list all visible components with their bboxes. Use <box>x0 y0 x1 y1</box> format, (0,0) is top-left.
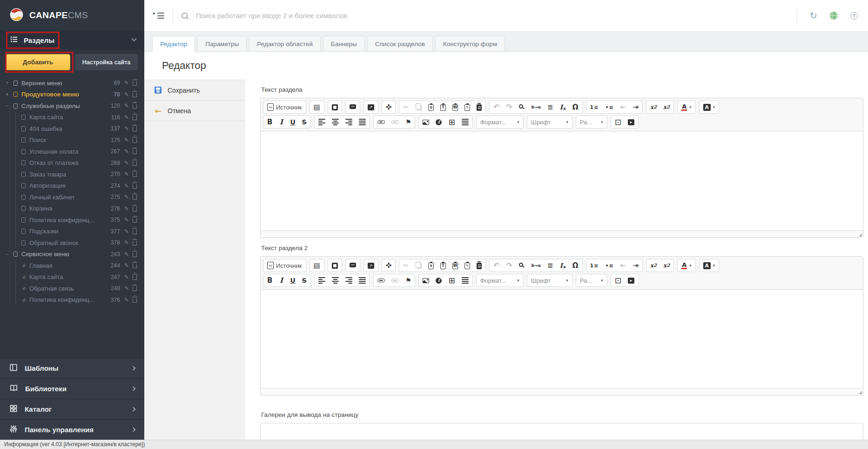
templates-button[interactable] <box>329 259 341 272</box>
outdent-button[interactable]: ⇤ <box>617 101 630 113</box>
language-globe-icon[interactable] <box>830 12 838 20</box>
edit-icon[interactable]: ✎ <box>124 91 129 98</box>
image-button[interactable] <box>419 116 432 128</box>
tree-item-69[interactable]: +Верхнее меню69✎ <box>0 77 144 89</box>
iframe-button[interactable]: ⊡ <box>612 274 625 286</box>
sidebar-item-control-panel[interactable]: Панель управления <box>0 419 144 440</box>
tree-item-375[interactable]: Политика конфиденц...375✎ <box>10 214 144 226</box>
copy-button[interactable] <box>412 259 425 272</box>
tree-item-274[interactable]: Авторизация274✎ <box>10 180 144 192</box>
underline-button[interactable]: U <box>287 116 298 128</box>
flash-button[interactable]: f <box>432 116 445 128</box>
size-dropdown[interactable]: Ра...▾ <box>577 274 606 286</box>
edit-icon[interactable]: ✎ <box>124 102 129 109</box>
size-dropdown[interactable]: Ра...▾ <box>577 116 606 128</box>
bg-color-button[interactable]: A▾ <box>700 101 719 113</box>
tab-banners[interactable]: Баннеры <box>323 36 365 51</box>
tree-item-268[interactable]: Отказ от платежа268✎ <box>10 157 144 169</box>
paste-button[interactable]: ≡ <box>425 259 437 272</box>
find-button[interactable] <box>516 101 528 113</box>
strike-button[interactable]: S <box>299 116 310 128</box>
align-right-button[interactable] <box>342 116 356 128</box>
delete-icon[interactable] <box>133 150 137 154</box>
maximize-button[interactable]: ✜ <box>383 259 395 272</box>
cut-button[interactable]: ✂ <box>400 101 412 113</box>
galleries-select[interactable] <box>260 423 863 440</box>
delete-icon[interactable] <box>133 104 137 109</box>
flash-button[interactable]: f <box>432 274 445 286</box>
outdent-button[interactable]: ⇤ <box>617 259 630 272</box>
help-icon[interactable]: ? <box>850 12 858 20</box>
search-input[interactable] <box>196 12 438 20</box>
tree-item-247[interactable]: ∞Карта сайта247✎ <box>10 272 144 283</box>
edit-icon[interactable]: ✎ <box>124 171 129 177</box>
find-button[interactable] <box>516 259 528 272</box>
table-button[interactable]: ⊞ <box>445 116 458 128</box>
sidebar-item-templates[interactable]: Шаблоны <box>0 358 144 378</box>
templates-button[interactable] <box>329 101 341 113</box>
link-button[interactable] <box>374 116 388 128</box>
align-center-button[interactable] <box>329 274 342 286</box>
refresh-icon[interactable]: ↻ <box>810 11 817 20</box>
undo-button[interactable]: ↶ <box>490 101 503 113</box>
media-button[interactable]: ▸ <box>625 274 638 286</box>
comment-button[interactable] <box>346 259 359 272</box>
text-color-button[interactable]: A▾ <box>678 259 695 272</box>
delete-icon[interactable] <box>133 195 137 200</box>
collapse-menu-icon[interactable] <box>157 13 164 19</box>
edit-icon[interactable]: ✎ <box>124 217 129 223</box>
align-right-button[interactable] <box>342 274 356 286</box>
anchor-button[interactable]: ⚑ <box>402 116 415 128</box>
delete-icon[interactable] <box>133 172 137 177</box>
bold-button[interactable]: B <box>264 116 276 128</box>
delete-icon[interactable] <box>133 93 137 97</box>
paste-edit-button[interactable]: ✎ <box>461 101 473 113</box>
subscript-button[interactable]: x2 <box>647 259 660 272</box>
italic-button[interactable]: I <box>276 274 287 286</box>
source-button[interactable]: ‹›Источник <box>264 259 305 272</box>
select-all-button[interactable]: ≣ <box>544 259 557 272</box>
link-button[interactable] <box>374 274 388 286</box>
tree-item-244[interactable]: ∞Главная244✎ <box>10 260 144 272</box>
tree-item-376[interactable]: ∞Политика конфиденц...376✎ <box>10 294 144 306</box>
toggle-expand-icon[interactable]: − <box>6 251 13 258</box>
delete-icon[interactable] <box>133 207 137 211</box>
tree-item-120[interactable]: −Служебные разделы120✎ <box>0 100 144 112</box>
paste-word-button[interactable]: W <box>449 101 461 113</box>
unlink-button[interactable] <box>388 274 402 286</box>
tree-item-70[interactable]: +Продуктовое меню70✎ <box>0 89 144 101</box>
tree-item-175[interactable]: Поиск175✎ <box>10 135 144 146</box>
remove-format-button[interactable]: Ix <box>556 101 569 113</box>
redo-button[interactable]: ↷ <box>503 101 515 113</box>
delete-icon[interactable] <box>133 116 137 120</box>
source-button[interactable]: ‹›Источник <box>264 101 305 113</box>
edit-icon[interactable]: ✎ <box>124 205 129 212</box>
edit-icon[interactable]: ✎ <box>124 228 129 235</box>
delete-icon[interactable] <box>133 252 137 257</box>
sidebar-item-catalog[interactable]: Каталог <box>0 399 144 419</box>
indent-button[interactable]: ⇥ <box>629 101 642 113</box>
delete-icon[interactable] <box>133 264 137 268</box>
clipboard-button[interactable] <box>473 259 485 272</box>
site-settings-button[interactable]: Настройка сайта <box>75 54 138 70</box>
edit-icon[interactable]: ✎ <box>124 137 129 143</box>
anchor-button[interactable]: ⚑ <box>402 274 415 286</box>
delete-icon[interactable] <box>133 161 137 166</box>
paste-edit-button[interactable]: ✎ <box>461 259 473 272</box>
paste-word-button[interactable]: W <box>449 259 461 272</box>
media-button[interactable]: ▸ <box>625 116 638 128</box>
toggle-expand-icon[interactable]: + <box>6 91 13 98</box>
table-button[interactable]: ⊞ <box>445 274 458 286</box>
tab-editor[interactable]: Редактор <box>152 36 195 52</box>
edit-icon[interactable]: ✎ <box>124 114 129 121</box>
add-section-button[interactable]: Добавить <box>6 54 70 70</box>
edit-icon[interactable]: ✎ <box>124 125 129 132</box>
indent-button[interactable]: ⇥ <box>629 259 642 272</box>
export-button[interactable]: ↗ <box>364 101 377 113</box>
underline-button[interactable]: U <box>287 274 298 286</box>
sections-menu-header[interactable]: Разделы <box>0 31 144 49</box>
numbered-list-button[interactable]: 1≡ <box>587 259 602 272</box>
superscript-button[interactable]: x2 <box>660 101 673 113</box>
format-dropdown[interactable]: Формат...▾ <box>477 116 523 128</box>
delete-icon[interactable] <box>133 275 137 280</box>
